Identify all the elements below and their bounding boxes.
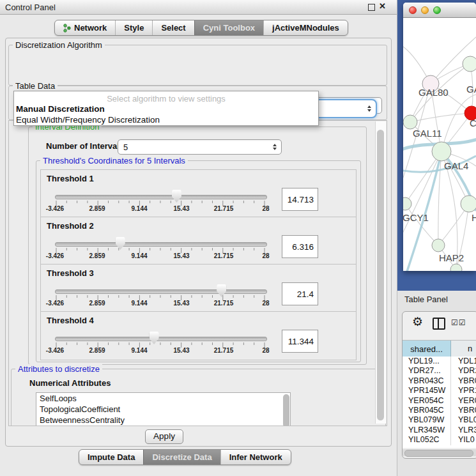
close-icon[interactable]: ✕ (379, 1, 386, 11)
attribute-item[interactable]: SelfLoops (36, 393, 290, 404)
discretization-algorithm-title: Discretization Algorithm (13, 40, 105, 50)
network-node[interactable] (463, 56, 476, 72)
table-panel: ⚙ ☑☑ shared... n YDL19...YDL1YDR27...YDR… (402, 311, 476, 459)
network-node[interactable] (461, 196, 476, 212)
tab-network[interactable]: Network (55, 20, 115, 35)
node-label: GCY1 (403, 212, 429, 223)
numerical-attributes-label: Numerical Attributes (29, 378, 111, 388)
table-row[interactable]: YBR045CYBR0 (403, 406, 476, 415)
node-label: GAL80 (418, 87, 449, 98)
dropdown-options: Manual DiscretizationEqual Width/Frequen… (14, 104, 318, 125)
network-window-titlebar (403, 3, 476, 18)
vertical-scrollbar[interactable] (375, 121, 386, 424)
window-titlebar: Control Panel ✕ (0, 0, 397, 15)
table-row[interactable]: YIL052CYIL0 (403, 435, 476, 445)
attribute-item[interactable]: TopologicalCoefficient (36, 404, 290, 415)
apply-button[interactable]: Apply (145, 429, 183, 444)
tab-style[interactable]: Style (115, 20, 152, 35)
list-scrollbar[interactable] (283, 394, 289, 426)
dropdown-option[interactable]: Equal Width/Frequency Discretization (14, 114, 318, 125)
settings-scroll-group: Interval Definition Number of Intervals … (8, 120, 387, 426)
threshold-value-field[interactable] (282, 188, 318, 211)
table-row[interactable]: YPR145WYPR1 (403, 386, 476, 395)
dropdown-option[interactable]: Manual Discretization (14, 104, 318, 114)
tab-discretize-data[interactable]: Discretize Data (143, 450, 220, 464)
attribute-item[interactable]: BetweennessCentrality (36, 415, 290, 426)
threshold-coordinates-group: Threshold's Coordinates for 5 Intervals … (36, 160, 361, 362)
network-node[interactable] (450, 264, 462, 271)
threshold-panel: Threshold 4-3.4262.8599.14415.4321.71528 (40, 311, 357, 360)
table-panel-title: Table Panel (404, 295, 448, 304)
slider-tick-labels: -3.4262.8599.14415.4321.71528 (55, 347, 266, 355)
numerical-attributes-list[interactable]: SelfLoopsTopologicalCoefficientBetweenne… (36, 392, 291, 426)
threshold-label: Threshold 3 (47, 268, 94, 278)
horizontal-scrollbar[interactable] (403, 449, 476, 456)
slider-track[interactable] (55, 289, 267, 294)
gear-icon[interactable]: ⚙ (412, 314, 423, 329)
number-of-intervals-value: 5 (123, 142, 128, 152)
mac-close-icon[interactable] (409, 6, 417, 14)
cyni-toolbox-panel: Discretization Algorithm Select algorith… (5, 38, 392, 447)
tab-impute-data[interactable]: Impute Data (79, 450, 143, 464)
threshold-value-field[interactable] (282, 235, 318, 258)
threshold-coordinates-title: Threshold's Coordinates for 5 Intervals (40, 156, 188, 165)
table-data-title: Table Data (13, 81, 58, 91)
table-row[interactable]: YBL079WYBL0 (403, 415, 476, 425)
table-row[interactable]: YDR27...YDR2 (403, 366, 476, 376)
network-node[interactable] (403, 115, 417, 129)
network-canvas[interactable]: GAL80GACGAL11GAL4GCY1HHAP2 (403, 18, 476, 271)
threshold-panel: Threshold 2-3.4262.8599.14415.4321.71528 (40, 217, 357, 266)
node-label: C (470, 118, 476, 128)
slider-tick-labels: -3.4262.8599.14415.4321.71528 (55, 205, 266, 213)
node-label: GAL11 (413, 128, 442, 139)
slider-track[interactable] (55, 337, 267, 341)
network-edge-thick[interactable] (407, 151, 441, 271)
checkboxes-icon[interactable]: ☑☑ (451, 318, 466, 327)
cyni-bottom-tabs: Impute DataDiscretize DataInfer Network (79, 449, 291, 465)
float-window-icon[interactable] (368, 4, 375, 11)
number-of-intervals-label: Number of Intervals (46, 141, 124, 151)
threshold-value-field[interactable] (282, 330, 318, 353)
discretization-algorithm-group: Discretization Algorithm (8, 45, 387, 86)
network-node[interactable] (432, 142, 451, 161)
slider-track[interactable] (55, 195, 267, 199)
tab-select[interactable]: Select (152, 20, 194, 35)
attributes-group: Attributes to discretize Numerical Attri… (11, 369, 386, 426)
slider-tick-labels: -3.4262.8599.14415.4321.71528 (55, 300, 266, 307)
network-node[interactable] (432, 239, 445, 252)
slider-tick-labels: -3.4262.8599.14415.4321.71528 (55, 252, 266, 260)
node-label: GA (466, 84, 476, 95)
table-row[interactable]: YDL19...YDL1 (403, 357, 476, 366)
table-row[interactable]: YLR345WYLR3 (403, 426, 476, 435)
tab-cyni-toolbox[interactable]: Cyni Toolbox (194, 20, 263, 35)
column-header-shared-name[interactable]: shared... (403, 341, 451, 357)
algorithm-dropdown-popup: Select algorithm to view settings Manual… (13, 91, 319, 126)
tab-infer-network[interactable]: Infer Network (220, 450, 291, 464)
node-label: HAP2 (439, 252, 464, 263)
node-label: H (472, 212, 476, 223)
table-header: shared... n (403, 340, 476, 358)
threshold-label: Threshold 4 (47, 316, 94, 325)
network-view-window: GAL80GACGAL11GAL4GCY1HHAP2 (403, 3, 476, 271)
number-of-intervals-combobox[interactable]: 5 (118, 139, 282, 155)
table-row[interactable]: YBR043CYBR0 (403, 376, 476, 386)
dropdown-prompt: Select algorithm to view settings (14, 91, 318, 104)
network-edge[interactable] (410, 113, 472, 122)
control-panel-window: Control Panel ✕ NetworkStyleSelectCyni T… (0, 0, 397, 476)
right-pane: GAL80GACGAL11GAL4GCY1HHAP2 Table Panel ⚙… (397, 0, 476, 476)
attributes-title: Attributes to discretize (15, 364, 102, 374)
spinner-arrows-icon[interactable] (273, 144, 277, 150)
spinner-arrows-icon[interactable] (367, 105, 371, 112)
network-node[interactable] (403, 197, 411, 210)
table-row[interactable]: YER054CYER0 (403, 396, 476, 406)
threshold-value-field[interactable] (282, 282, 318, 305)
mac-minimize-icon[interactable] (421, 6, 429, 14)
split-columns-icon[interactable] (433, 318, 445, 330)
tab-jactivemnodules[interactable]: jActiveMNodules (263, 20, 348, 35)
threshold-label: Threshold 2 (47, 221, 94, 231)
network-icon (63, 24, 71, 33)
column-header-name[interactable]: n (451, 341, 476, 357)
table-rows: YDL19...YDL1YDR27...YDR2YBR043CYBR0YPR14… (403, 357, 476, 448)
slider-track[interactable] (55, 242, 267, 247)
mac-zoom-icon[interactable] (433, 6, 441, 14)
